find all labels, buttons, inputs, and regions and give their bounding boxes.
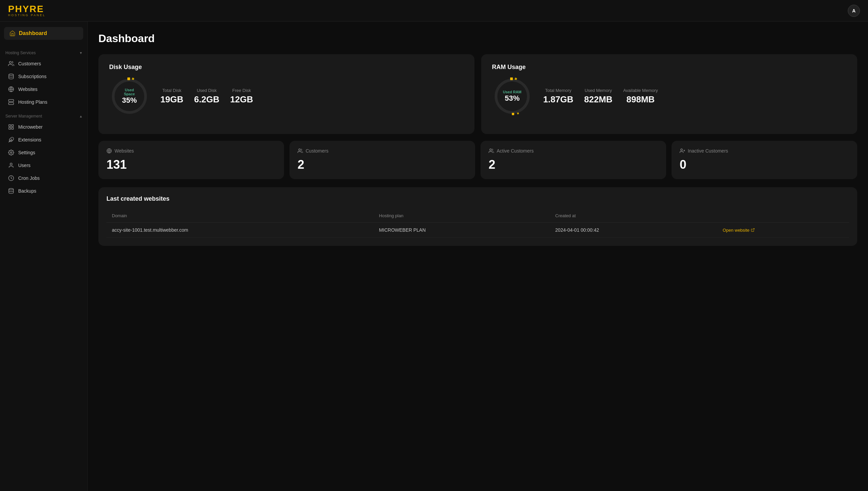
ram-used-label: Used RAM bbox=[503, 90, 521, 94]
row-open-link[interactable]: Open website bbox=[718, 223, 849, 238]
used-disk-label: Used Disk bbox=[194, 88, 219, 93]
disk-usage-body: Used Space 35% Total Disk 19GB Used Disk… bbox=[109, 76, 464, 117]
col-plan: Hosting plan bbox=[374, 209, 550, 223]
svg-rect-22 bbox=[510, 78, 513, 80]
sidebar-item-settings[interactable]: Settings bbox=[0, 146, 87, 159]
chevron-down-icon: ▾ bbox=[80, 51, 82, 55]
user-avatar[interactable]: A bbox=[848, 5, 860, 17]
sidebar-item-customers[interactable]: Customers bbox=[0, 57, 87, 70]
users-check-icon bbox=[488, 148, 494, 153]
main-content: Dashboard Disk Usage bbox=[88, 22, 868, 491]
total-disk-stat: Total Disk 19GB bbox=[160, 88, 183, 105]
sidebar-section-hosting: Hosting Services ▾ bbox=[0, 45, 87, 57]
svg-rect-24 bbox=[512, 113, 514, 115]
customers-card[interactable]: Customers 2 bbox=[289, 141, 475, 179]
svg-point-30 bbox=[681, 149, 682, 150]
free-disk-value: 12GB bbox=[230, 94, 253, 105]
topbar: PHYRE HOSTING PANEL A bbox=[0, 0, 868, 22]
svg-line-33 bbox=[752, 229, 754, 231]
users-label: Users bbox=[18, 163, 31, 168]
external-link-icon bbox=[751, 228, 755, 232]
usage-cards-grid: Disk Usage Used Space bbox=[99, 54, 857, 134]
active-customers-count: 2 bbox=[488, 157, 658, 172]
svg-rect-5 bbox=[9, 103, 14, 105]
last-websites-section: Last created websites Domain Hosting pla… bbox=[99, 187, 857, 246]
sidebar-item-websites[interactable]: Websites bbox=[0, 83, 87, 96]
disk-usage-card: Disk Usage Used Space bbox=[99, 54, 474, 134]
sidebar-item-subscriptions[interactable]: Subscriptions bbox=[0, 70, 87, 83]
ram-usage-card: RAM Usage bbox=[481, 54, 857, 134]
row-domain: accy-site-1001.test.multiwebber.com bbox=[107, 223, 374, 238]
settings-label: Settings bbox=[18, 150, 35, 155]
sidebar-item-extensions[interactable]: Extensions bbox=[0, 133, 87, 146]
sidebar-item-microweber[interactable]: Microweber bbox=[0, 121, 87, 133]
sidebar: Dashboard Hosting Services ▾ Customers S… bbox=[0, 22, 88, 491]
svg-rect-10 bbox=[9, 127, 10, 129]
layers-icon bbox=[8, 74, 14, 80]
globe-small-icon bbox=[107, 148, 112, 153]
customers-card-header: Customers bbox=[298, 148, 467, 153]
subscriptions-label: Subscriptions bbox=[18, 74, 47, 79]
server-icon bbox=[8, 99, 14, 105]
active-customers-card[interactable]: Active Customers 2 bbox=[480, 141, 666, 179]
sidebar-item-backups[interactable]: Backups bbox=[0, 184, 87, 197]
inactive-customers-label: Inactive Customers bbox=[688, 148, 728, 153]
ram-percent: 53% bbox=[503, 94, 521, 103]
websites-card-header: Websites bbox=[107, 148, 276, 153]
last-websites-table: Domain Hosting plan Created at accy-site… bbox=[107, 209, 849, 238]
col-domain: Domain bbox=[107, 209, 374, 223]
used-disk-stat: Used Disk 6.2GB bbox=[194, 88, 219, 105]
websites-card[interactable]: Websites 131 bbox=[99, 141, 284, 179]
small-cards-grid: Websites 131 Customers 2 Act bbox=[99, 141, 857, 179]
svg-rect-4 bbox=[9, 100, 14, 102]
disk-gauge-center: Used Space 35% bbox=[119, 88, 140, 105]
available-memory-stat: Available Memory 898MB bbox=[623, 88, 658, 105]
extensions-label: Extensions bbox=[18, 137, 41, 142]
free-disk-label: Free Disk bbox=[230, 88, 253, 93]
svg-point-1 bbox=[9, 74, 13, 76]
total-memory-stat: Total Memory 1.87GB bbox=[543, 88, 573, 105]
customers-count: 2 bbox=[298, 157, 467, 172]
used-disk-value: 6.2GB bbox=[194, 94, 219, 105]
sidebar-item-cron-jobs[interactable]: Cron Jobs bbox=[0, 172, 87, 184]
svg-point-13 bbox=[10, 163, 12, 165]
dashboard-label: Dashboard bbox=[19, 30, 47, 36]
available-memory-label: Available Memory bbox=[623, 88, 658, 93]
open-website-link[interactable]: Open website bbox=[723, 228, 844, 233]
main-layout: Dashboard Hosting Services ▾ Customers S… bbox=[0, 22, 868, 491]
sidebar-item-dashboard[interactable]: Dashboard bbox=[4, 27, 83, 40]
database-icon bbox=[8, 188, 14, 194]
globe-icon bbox=[8, 86, 14, 92]
disk-usage-title: Disk Usage bbox=[109, 64, 464, 71]
backups-label: Backups bbox=[18, 188, 36, 194]
used-memory-value: 822MB bbox=[584, 94, 613, 105]
col-action bbox=[718, 209, 849, 223]
row-plan: MICROWEBER PLAN bbox=[374, 223, 550, 238]
used-memory-label: Used Memory bbox=[584, 88, 613, 93]
server-mgmt-label: Server Management bbox=[5, 114, 42, 119]
svg-point-12 bbox=[10, 152, 12, 153]
sidebar-item-hosting-plans[interactable]: Hosting Plans bbox=[0, 96, 87, 109]
grid-icon bbox=[8, 124, 14, 130]
puzzle-icon bbox=[8, 137, 14, 143]
svg-rect-8 bbox=[9, 124, 10, 126]
inactive-customers-header: Inactive Customers bbox=[680, 148, 849, 153]
table-row: accy-site-1001.test.multiwebber.com MICR… bbox=[107, 223, 849, 238]
sidebar-section-server: Server Management ▴ bbox=[0, 109, 87, 121]
logo-sub: HOSTING PANEL bbox=[8, 14, 46, 17]
logo-name: PHYRE bbox=[8, 4, 46, 14]
last-websites-title: Last created websites bbox=[107, 195, 849, 202]
disk-stats: Total Disk 19GB Used Disk 6.2GB Free Dis… bbox=[160, 88, 253, 105]
free-disk-stat: Free Disk 12GB bbox=[230, 88, 253, 105]
ram-usage-body: Used RAM 53% Total Memory 1.87GB Used Me… bbox=[492, 76, 846, 117]
websites-card-label: Websites bbox=[115, 148, 134, 153]
svg-point-29 bbox=[489, 149, 491, 150]
svg-rect-11 bbox=[12, 127, 13, 129]
users-small-icon bbox=[298, 148, 303, 153]
table-body: accy-site-1001.test.multiwebber.com MICR… bbox=[107, 223, 849, 238]
total-memory-value: 1.87GB bbox=[543, 94, 573, 105]
sidebar-item-users[interactable]: Users bbox=[0, 159, 87, 172]
user-icon bbox=[8, 162, 14, 168]
inactive-customers-card[interactable]: Inactive Customers 0 bbox=[672, 141, 857, 179]
active-customers-label: Active Customers bbox=[497, 148, 534, 153]
